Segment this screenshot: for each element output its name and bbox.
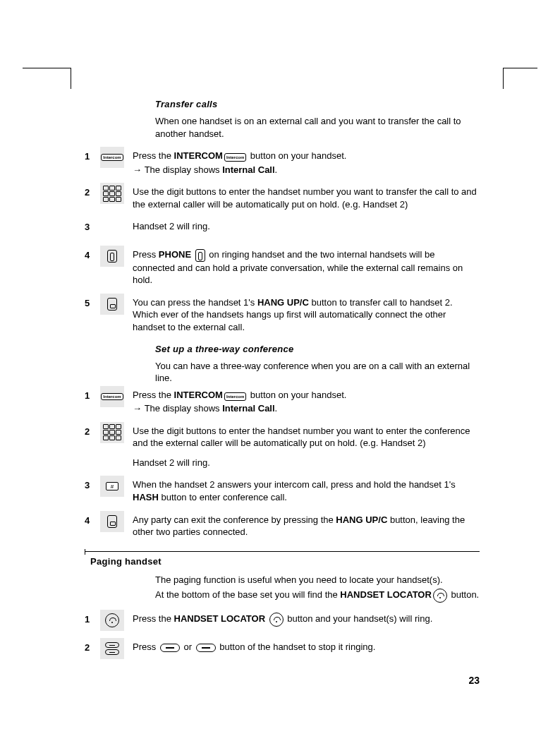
step-text: Press the INTERCOMIntercom button on you…	[133, 147, 480, 176]
step-number: 1	[85, 610, 100, 625]
step-number: 2	[85, 638, 100, 653]
step-row: 3 # When the handset 2 answers your inte…	[85, 476, 480, 503]
phone-icon	[100, 246, 124, 267]
section-divider: Paging handset	[85, 551, 480, 567]
step-row: 4 Press PHONE on ringing handset and the…	[85, 246, 480, 287]
step-number: 4	[85, 246, 100, 260]
step-text: Handset 2 will ring.	[133, 217, 480, 233]
page-number: 23	[468, 675, 480, 686]
step-row: 2 Press or button of the handset to stop…	[85, 638, 480, 659]
step-row: 1 Intercom Press the INTERCOMIntercom bu…	[85, 147, 480, 176]
step-text: Press PHONE on ringing handset and the t…	[133, 246, 480, 287]
section-title-transfer: Transfer calls	[155, 99, 480, 109]
step-number: 5	[85, 294, 100, 308]
section-title-paging: Paging handset	[90, 556, 480, 567]
step-text: Press or button of the handset to stop i…	[133, 638, 480, 653]
step-number: 1	[85, 386, 100, 401]
hash-icon: #	[100, 476, 124, 497]
step-text: Press the INTERCOMIntercom button on you…	[133, 386, 480, 415]
locator-icon	[100, 610, 124, 631]
step-text: Use the digit buttons to enter the hands…	[133, 183, 480, 210]
keypad-icon	[100, 422, 124, 443]
intro-paging-1: The paging function is useful when you n…	[155, 574, 480, 586]
hangup-icon	[100, 511, 124, 532]
no-icon	[100, 217, 124, 239]
step-text: You can press the handset 1's HANG UP/C …	[133, 294, 480, 334]
step-text: When the handset 2 answers your intercom…	[133, 476, 480, 503]
step-text: Use the digit buttons to enter the hands…	[133, 422, 480, 469]
step-row: 5 You can press the handset 1's HANG UP/…	[85, 294, 480, 334]
step-number: 1	[85, 147, 100, 162]
intro-paging-2: At the bottom of the base set you will f…	[155, 589, 480, 603]
step-number: 2	[85, 422, 100, 437]
hangup-icon	[100, 294, 124, 315]
step-number: 3	[85, 476, 100, 490]
section-title-conference: Set up a three-way conference	[155, 344, 480, 354]
step-row: 2 Use the digit buttons to enter the han…	[85, 183, 480, 210]
step-number: 2	[85, 183, 100, 198]
intro-conference: You can have a three-way conference when…	[155, 360, 480, 385]
step-row: 4 Any party can exit the conference by p…	[85, 511, 480, 538]
step-row: 2 Use the digit buttons to enter the han…	[85, 422, 480, 469]
step-text: Press the HANDSET LOCATOR button and you…	[133, 610, 480, 627]
keypad-icon	[100, 183, 124, 204]
intercom-icon: Intercom	[100, 147, 124, 168]
intercom-icon: Intercom	[100, 386, 124, 407]
step-row: 3 Handset 2 will ring.	[85, 217, 480, 239]
step-text: Any party can exit the conference by pre…	[133, 511, 480, 538]
pill-buttons-icon	[100, 638, 124, 659]
step-number: 3	[85, 217, 100, 232]
step-row: 1 Press the HANDSET LOCATOR button and y…	[85, 610, 480, 631]
intro-transfer: When one handset is on an external call …	[155, 115, 480, 140]
step-row: 1 Intercom Press the INTERCOMIntercom bu…	[85, 386, 480, 415]
step-number: 4	[85, 511, 100, 526]
page-content: Transfer calls When one handset is on an…	[85, 99, 480, 666]
locator-icon	[433, 589, 447, 603]
